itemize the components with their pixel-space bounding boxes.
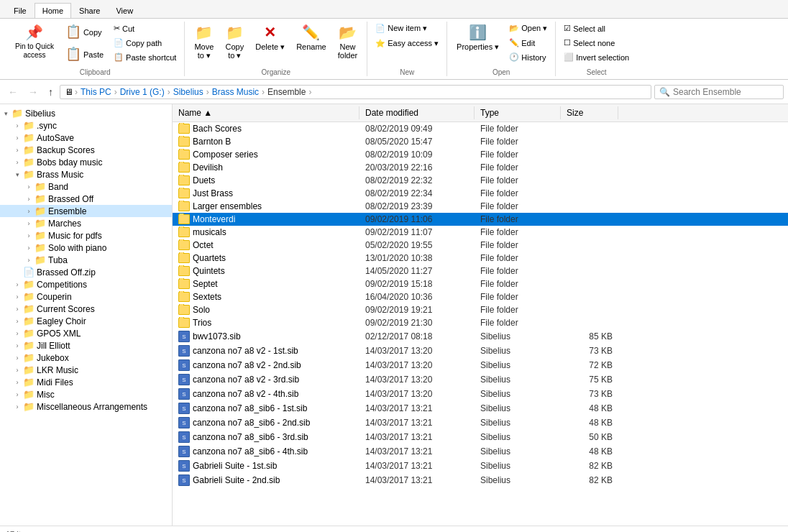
file-row[interactable]: Quintets 14/05/2020 11:27 File folder [173,265,788,278]
file-row[interactable]: Bach Scores 08/02/2019 09:49 File folder [173,122,788,135]
file-row[interactable]: Quartets 13/01/2020 10:38 File folder [173,252,788,265]
sidebar-item-bobs_bday[interactable]: ›📁Bobs bday music [0,156,172,168]
file-row[interactable]: Larger ensembles 08/02/2019 23:39 File f… [173,200,788,213]
col-date[interactable]: Date modified [359,106,475,119]
sidebar-item-brassed_off[interactable]: ›📁Brassed Off [0,193,172,205]
move-to-button[interactable]: 📁 Moveto ▾ [189,22,219,63]
new-item-button[interactable]: 📄 New item ▾ [372,22,442,35]
sidebar-item-solo_piano[interactable]: ›📁Solo with piano [0,242,172,254]
toggle-icon[interactable]: › [12,306,23,313]
sidebar-item-ensemble[interactable]: ›📁Ensemble [0,205,172,217]
open-button[interactable]: 📂 Open ▾ [505,22,551,35]
file-row[interactable]: Devilish 20/03/2019 22:16 File folder [173,161,788,174]
pin-to-quick-access-button[interactable]: 📌 Pin to Quickaccess [10,22,59,62]
breadcrumb-this-pc[interactable]: This PC [79,87,113,97]
file-row[interactable]: musicals 09/02/2019 11:07 File folder [173,226,788,239]
sidebar-item-competitions[interactable]: ›📁Competitions [0,278,172,290]
file-row[interactable]: Composer series 08/02/2019 10:09 File fo… [173,148,788,161]
forward-button[interactable]: → [24,85,42,99]
toggle-icon[interactable]: › [12,134,23,142]
file-row[interactable]: S canzona no7 a8_sib6 - 4th.sib 14/03/20… [173,444,788,459]
sidebar-item-midi[interactable]: ›📁Midi Files [0,376,172,388]
file-row[interactable]: S Gabrieli Suite - 1st.sib 14/03/2017 13… [173,459,788,473]
file-row[interactable]: Solo 09/02/2019 19:21 File folder [173,303,788,316]
paste-shortcut-button[interactable]: 📋 Paste shortcut [110,50,180,64]
toggle-icon[interactable]: › [12,367,23,374]
breadcrumb-drive[interactable]: Drive 1 (G:) [119,87,166,97]
file-row[interactable]: S canzona no7 a8_sib6 - 1st.sib 14/03/20… [173,401,788,416]
history-button[interactable]: 🕐 History [505,50,551,64]
file-row[interactable]: S canzona no7 a8 v2 - 4th.sib 14/03/2017… [173,387,788,401]
toggle-icon[interactable]: › [23,232,35,239]
toggle-icon[interactable]: › [12,391,23,398]
tab-view[interactable]: View [108,3,141,18]
toggle-icon[interactable]: › [12,281,23,288]
col-type[interactable]: Type [475,106,561,119]
properties-button[interactable]: ℹ️ Properties ▾ [452,22,504,54]
easy-access-button[interactable]: ⭐ Easy access ▾ [372,37,442,50]
toggle-icon[interactable]: › [12,403,23,411]
invert-selection-button[interactable]: ⬜ Invert selection [560,50,633,64]
file-row[interactable]: Sextets 16/04/2020 10:36 File folder [173,290,788,303]
file-row[interactable]: S canzona no7 a8_sib6 - 2nd.sib 14/03/20… [173,416,788,430]
toggle-icon[interactable]: › [23,196,35,203]
back-button[interactable]: ← [4,85,22,99]
copy-to-button[interactable]: 📁 Copyto ▾ [220,22,249,63]
tab-file[interactable]: File [6,3,35,18]
file-row[interactable]: S canzona no7 a8 v2 - 3rd.sib 14/03/2017… [173,372,788,387]
copy-button[interactable]: 📋 Copy [60,22,109,43]
sidebar-item-gpo5[interactable]: ›📁GPO5 XML [0,327,172,339]
edit-button[interactable]: ✏️ Edit [505,36,551,50]
up-button[interactable]: ↑ [45,85,57,99]
breadcrumb-sibelius[interactable]: Sibelius [172,87,205,97]
sidebar-item-brass_music[interactable]: ▾📁Brass Music [0,168,172,180]
sidebar-item-current_scores[interactable]: ›📁Current Scores [0,303,172,315]
toggle-icon[interactable]: › [23,208,35,215]
sidebar-item-brassed_off_zip[interactable]: 📄Brassed Off.zip [0,266,172,278]
sidebar-item-band[interactable]: ›📁Band [0,180,172,193]
sidebar-item-misc_arr[interactable]: ›📁Miscellaneous Arrangements [0,400,172,413]
file-row[interactable]: Duets 08/02/2019 22:32 File folder [173,174,788,187]
file-row[interactable]: S canzona no7 a8 v2 - 2nd.sib 14/03/2017… [173,358,788,372]
new-folder-button[interactable]: 📂 Newfolder [333,22,363,62]
sidebar-item-autosave[interactable]: ›📁AutoSave [0,132,172,144]
toggle-icon[interactable]: › [12,354,23,362]
file-row[interactable]: Just Brass 08/02/2019 22:34 File folder [173,187,788,200]
sidebar-item-backup_scores[interactable]: ›📁Backup Scores [0,144,172,156]
toggle-icon[interactable]: › [12,318,23,325]
sidebar-item-tuba[interactable]: ›📁Tuba [0,254,172,266]
delete-button[interactable]: ✕ Delete ▾ [250,22,290,54]
sidebar-item-lkr[interactable]: ›📁LKR Music [0,364,172,376]
select-none-button[interactable]: ☐ Select none [560,36,633,50]
toggle-icon[interactable]: › [12,330,23,337]
toggle-icon[interactable]: › [12,342,23,349]
file-row[interactable]: Octet 05/02/2020 19:55 File folder [173,239,788,252]
col-name[interactable]: Name ▲ [173,106,359,119]
col-size[interactable]: Size [561,106,618,119]
file-row[interactable]: Trios 09/02/2019 21:30 File folder [173,316,788,329]
file-row[interactable]: S Gabrieli Suite - 2nd.sib 14/03/2017 13… [173,473,788,487]
toggle-icon[interactable]: › [23,183,35,191]
file-row[interactable]: S canzona no7 a8_sib6 - 3rd.sib 14/03/20… [173,430,788,444]
search-input[interactable] [673,87,774,97]
breadcrumb-brass-music[interactable]: Brass Music [211,87,260,97]
file-row[interactable]: S canzona no7 a8 v2 - 1st.sib 14/03/2017… [173,344,788,358]
paste-button[interactable]: 📋 Paste [60,44,109,65]
copy-path-button[interactable]: 📄 Copy path [110,36,180,50]
toggle-icon[interactable]: › [12,159,23,166]
sidebar-item-couperin[interactable]: ›📁Couperin [0,290,172,303]
toggle-icon[interactable]: ▾ [12,171,23,178]
toggle-icon[interactable]: ▾ [0,110,12,117]
file-row[interactable]: S bwv1073.sib 02/12/2017 08:18 Sibelius … [173,329,788,344]
sidebar-item-music_for_pdfs[interactable]: ›📁Music for pdfs [0,229,172,242]
tab-home[interactable]: Home [35,3,71,18]
toggle-icon[interactable]: › [12,122,23,129]
rename-button[interactable]: ✏️ Rename [291,22,331,53]
sidebar-item-jukebox[interactable]: ›📁Jukebox [0,352,172,364]
toggle-icon[interactable]: › [12,147,23,154]
select-all-button[interactable]: ☑ Select all [560,22,633,35]
file-row[interactable]: Monteverdi 09/02/2019 11:06 File folder [173,213,788,226]
sidebar-item-sync[interactable]: ›📁.sync [0,119,172,132]
toggle-icon[interactable]: › [23,220,35,227]
file-row[interactable]: Barnton B 08/05/2020 15:47 File folder [173,135,788,148]
